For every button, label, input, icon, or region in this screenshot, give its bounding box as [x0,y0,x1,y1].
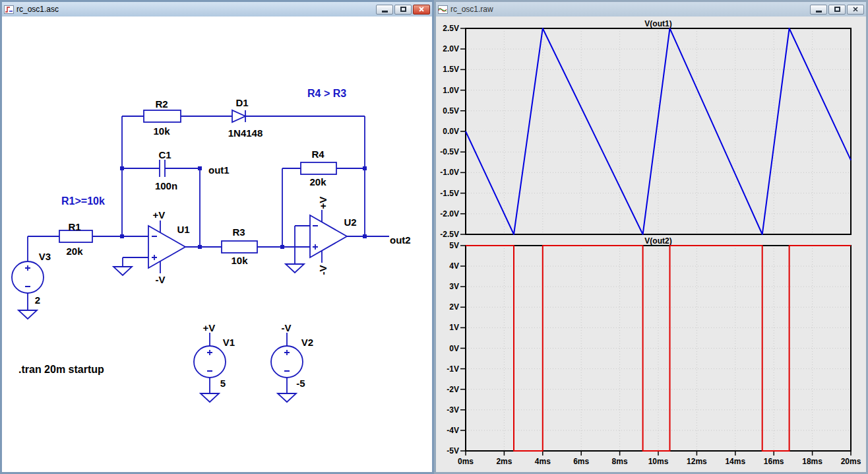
y-tick-label[interactable]: 1V [449,323,459,332]
trace-title[interactable]: V(out2) [644,236,671,246]
schematic-label-net[interactable]: out2 [390,234,411,246]
schematic-label-name[interactable]: D1 [235,97,248,108]
y-tick-label[interactable]: -3V [447,405,459,415]
schematic-label-name[interactable]: V1 [223,337,235,348]
resistor-r2[interactable] [144,110,181,122]
waveform-titlebar[interactable]: rc_osc1.raw [436,2,866,17]
trace-title[interactable]: V(out1) [644,19,671,28]
schematic-label-net[interactable]: -V [317,265,328,275]
schematic-label-value[interactable]: 20k [66,246,83,257]
schematic-label-value[interactable]: -5 [296,378,305,389]
x-tick-label[interactable]: 12ms [687,457,707,466]
resistor-r3[interactable] [222,241,257,253]
waveform-window: rc_osc1.raw V(out1)2.5V2.0V1.5V1.0V0.5V0… [434,0,868,474]
plot-pane-out1[interactable]: V(out1)2.5V2.0V1.5V1.0V0.5V0.0V-0.5V-1.0… [440,19,851,239]
x-tick-label[interactable]: 2ms [496,457,512,466]
plot-pane-out2[interactable]: V(out2)5V4V3V2V1V0V-1V-2V-3V-4V-5V0ms2ms… [447,236,861,466]
schematic-close-button[interactable] [413,5,430,15]
schematic-titlebar[interactable]: rc_osc1.asc [2,2,432,17]
waveform-maximize-button[interactable] [828,5,846,15]
schematic-label-name[interactable]: R3 [232,226,245,238]
schematic-label-name[interactable]: U1 [177,224,189,235]
x-tick-label[interactable]: 20ms [841,457,861,466]
y-tick-label[interactable]: -1.5V [440,189,459,198]
y-tick-label[interactable]: 0.5V [443,106,459,116]
minimize-icon [382,11,388,13]
schematic-label-value[interactable]: 20k [309,176,326,187]
schematic-label-name[interactable]: V3 [39,251,51,262]
maximize-icon [834,7,840,12]
schematic-label-name[interactable]: R2 [155,98,168,110]
y-tick-label[interactable]: -5V [447,446,459,456]
schematic-label-name[interactable]: V2 [301,337,313,348]
schematic-label-comment[interactable]: R4 > R3 [307,88,346,99]
schematic-label-net[interactable]: +V [153,209,166,220]
y-tick-label[interactable]: -2.5V [440,230,459,239]
y-tick-label[interactable]: -2.0V [440,209,459,219]
ground-symbol[interactable] [18,310,37,319]
schematic-canvas[interactable]: R210kD11N4148C1100nout1R420kR120kR310kU1… [2,17,432,472]
schematic-label-net[interactable]: +V [203,322,216,333]
ltspice-schematic-icon [4,5,14,14]
voltage-source-v1[interactable] [194,346,226,378]
y-tick-label[interactable]: -0.5V [440,147,459,156]
schematic-label-directive[interactable]: .tran 20m startup [18,364,104,375]
x-tick-label[interactable]: 4ms [535,457,551,466]
y-tick-label[interactable]: 1.0V [443,86,459,95]
schematic-label-name[interactable]: U2 [344,217,356,228]
ground-symbol[interactable] [278,393,296,402]
diode-d1[interactable] [232,110,245,122]
schematic-label-name[interactable]: R4 [311,149,325,160]
schematic-label-net[interactable]: -V [282,322,292,333]
y-tick-label[interactable]: 2.5V [443,24,459,33]
x-tick-label[interactable]: 6ms [573,457,589,466]
capacitor-c1[interactable] [160,160,165,177]
schematic-minimize-button[interactable] [376,5,393,15]
schematic-label-name[interactable]: R1 [68,221,80,232]
schematic-label-net[interactable]: +V [317,197,328,209]
x-tick-label[interactable]: 18ms [802,457,822,466]
voltage-source-v2[interactable] [271,346,303,378]
y-tick-label[interactable]: -4V [447,426,459,435]
voltage-source-v3[interactable] [12,261,44,293]
schematic-label-value[interactable]: 5 [220,378,226,389]
schematic-maximize-button[interactable] [394,5,412,15]
y-tick-label[interactable]: 2.0V [443,44,459,53]
y-tick-label[interactable]: 3V [449,282,459,291]
y-tick-label[interactable]: 1.5V [443,65,459,74]
schematic-label-value[interactable]: 1N4148 [228,127,263,139]
resistor-r4[interactable] [301,162,336,174]
y-tick-label[interactable]: 2V [449,302,459,312]
waveform-minimize-button[interactable] [810,5,827,15]
schematic-label-net[interactable]: -V [156,274,166,285]
x-tick-label[interactable]: 16ms [764,457,784,466]
y-tick-label[interactable]: -2V [447,385,459,394]
waveform-canvas[interactable]: V(out1)2.5V2.0V1.5V1.0V0.5V0.0V-0.5V-1.0… [436,17,866,472]
y-tick-label[interactable]: 0.0V [443,127,459,136]
y-tick-label[interactable]: 4V [449,261,459,271]
schematic-label-value[interactable]: 100n [155,180,177,191]
y-tick-label[interactable]: 5V [449,241,459,250]
ground-symbol[interactable] [113,267,132,275]
schematic-label-value[interactable]: 2 [35,294,40,306]
schematic-label-name[interactable]: C1 [158,149,171,160]
x-tick-label[interactable]: 10ms [648,457,669,466]
schematic-label-value[interactable]: 10k [231,255,248,266]
x-tick-label[interactable]: 8ms [612,457,628,466]
x-tick-label[interactable]: 0ms [458,457,474,466]
waveform-plot[interactable]: V(out1)2.5V2.0V1.5V1.0V0.5V0.0V-0.5V-1.0… [436,17,866,472]
y-tick-label[interactable]: -1.0V [440,168,459,177]
schematic-label-net[interactable]: out1 [208,164,230,176]
ground-symbol[interactable] [286,264,304,273]
schematic-label-comment[interactable]: R1>=10k [61,195,105,207]
waveform-close-button[interactable] [847,5,864,15]
y-tick-label[interactable]: -1V [447,364,459,374]
schematic-label-value[interactable]: 10k [153,125,170,137]
schematic-drawing[interactable]: R210kD11N4148C1100nout1R420kR120kR310kU1… [2,17,432,472]
y-tick-label[interactable]: 0V [449,344,459,353]
x-tick-label[interactable]: 14ms [725,457,745,466]
opamp-u2[interactable] [310,215,347,257]
waveform-icon [438,5,448,14]
close-icon [419,7,424,12]
ground-symbol[interactable] [201,393,219,402]
